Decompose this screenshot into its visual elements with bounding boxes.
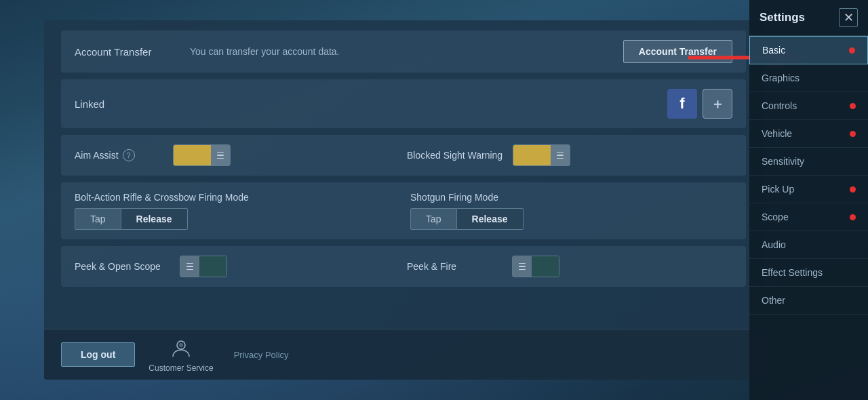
shotgun-tap-button[interactable]: Tap bbox=[410, 208, 457, 230]
account-transfer-section: Account Transfer You can transfer your a… bbox=[61, 31, 746, 73]
aim-assist-handle bbox=[211, 145, 230, 165]
vehicle-notification-dot bbox=[850, 131, 856, 137]
sidebar-item-other[interactable]: Other bbox=[749, 287, 868, 315]
peek-fire-label: Peek & Fire bbox=[407, 261, 502, 272]
customer-service-icon bbox=[169, 336, 193, 361]
sidebar-items: Basic Graphics Controls Vehicle Sensitiv… bbox=[749, 36, 868, 400]
sidebar-header: Settings ✕ bbox=[749, 0, 868, 36]
bolt-action-tap-button[interactable]: Tap bbox=[75, 208, 121, 230]
facebook-icon[interactable]: f bbox=[667, 89, 697, 119]
peek-open-scope-label: Peek & Open Scope bbox=[75, 261, 170, 272]
shotgun-buttons: Tap Release bbox=[410, 208, 732, 230]
account-transfer-label: Account Transfer bbox=[75, 46, 176, 58]
peek-fire-fill bbox=[532, 256, 559, 277]
linked-section: Linked f ＋ bbox=[61, 79, 746, 128]
blocked-sight-label: Blocked Sight Warning bbox=[407, 150, 502, 161]
add-social-icon[interactable]: ＋ bbox=[703, 89, 732, 119]
sidebar-item-scope[interactable]: Scope bbox=[749, 203, 868, 231]
bottom-bar: Log out Customer Service Privacy Policy bbox=[44, 329, 763, 380]
sidebar-vehicle-label: Vehicle bbox=[762, 128, 792, 139]
aim-assist-item: Aim Assist ? bbox=[75, 144, 400, 166]
shotgun-release-button[interactable]: Release bbox=[457, 208, 524, 230]
firing-mode-section: Bolt-Action Rifle & Crossbow Firing Mode… bbox=[61, 182, 746, 239]
sidebar-item-graphics[interactable]: Graphics bbox=[749, 64, 868, 92]
linked-label: Linked bbox=[75, 98, 176, 110]
settings-content: Account Transfer You can transfer your a… bbox=[44, 20, 763, 329]
peek-open-scope-item: Peek & Open Scope bbox=[75, 256, 400, 277]
sidebar-basic-label: Basic bbox=[762, 45, 785, 56]
close-button[interactable]: ✕ bbox=[839, 8, 858, 27]
sidebar-item-controls[interactable]: Controls bbox=[749, 92, 868, 120]
peek-fire-toggle[interactable] bbox=[512, 256, 559, 277]
sidebar-title: Settings bbox=[760, 11, 805, 24]
blocked-sight-handle bbox=[551, 145, 570, 165]
peek-open-scope-toggle[interactable] bbox=[180, 256, 227, 277]
shotgun-label: Shotgun Firing Mode bbox=[410, 192, 732, 203]
sidebar-controls-label: Controls bbox=[762, 100, 797, 111]
bolt-action-label: Bolt-Action Rifle & Crossbow Firing Mode bbox=[75, 192, 397, 203]
sidebar-sensitivity-label: Sensitivity bbox=[762, 156, 804, 167]
settings-panel: Account Transfer You can transfer your a… bbox=[44, 20, 763, 380]
blocked-sight-item: Blocked Sight Warning bbox=[407, 144, 732, 166]
shotgun-item: Shotgun Firing Mode Tap Release bbox=[410, 192, 732, 230]
account-transfer-button[interactable]: Account Transfer bbox=[623, 40, 732, 63]
toggles-row: Aim Assist ? Blocked Sight Warning bbox=[61, 135, 746, 176]
sidebar-item-audio[interactable]: Audio bbox=[749, 231, 868, 259]
handle-lines bbox=[217, 152, 224, 159]
close-icon: ✕ bbox=[844, 10, 854, 25]
sidebar-audio-label: Audio bbox=[762, 239, 786, 250]
peek-fire-handle bbox=[513, 256, 532, 277]
controls-notification-dot bbox=[850, 103, 856, 109]
sidebar-pickup-label: Pick Up bbox=[762, 184, 794, 195]
customer-service-button[interactable]: Customer Service bbox=[149, 336, 213, 373]
sidebar-item-effect-settings[interactable]: Effect Settings bbox=[749, 259, 868, 287]
privacy-policy-link[interactable]: Privacy Policy bbox=[234, 350, 289, 360]
pickup-notification-dot bbox=[850, 186, 856, 193]
peek-row: Peek & Open Scope Peek & Fire bbox=[61, 246, 746, 287]
sidebar-other-label: Other bbox=[762, 295, 785, 306]
social-icons-container: f ＋ bbox=[667, 89, 732, 119]
aim-assist-toggle[interactable] bbox=[173, 144, 231, 166]
sidebar-graphics-label: Graphics bbox=[762, 73, 800, 83]
logout-button[interactable]: Log out bbox=[61, 342, 135, 367]
peek-scope-fill bbox=[199, 256, 226, 277]
basic-notification-dot bbox=[849, 47, 855, 54]
scope-notification-dot bbox=[850, 214, 856, 220]
peek-fire-item: Peek & Fire bbox=[407, 256, 732, 277]
sidebar-item-vehicle[interactable]: Vehicle bbox=[749, 120, 868, 148]
aim-assist-label: Aim Assist ? bbox=[75, 149, 163, 161]
account-transfer-desc: You can transfer your account data. bbox=[190, 46, 623, 57]
bolt-action-item: Bolt-Action Rifle & Crossbow Firing Mode… bbox=[75, 192, 397, 230]
bolt-action-buttons: Tap Release bbox=[75, 208, 397, 230]
settings-sidebar: Settings ✕ Basic Graphics Controls Vehic… bbox=[749, 0, 868, 400]
aim-assist-fill bbox=[174, 145, 211, 165]
sidebar-scope-label: Scope bbox=[762, 212, 789, 222]
aim-assist-help-icon[interactable]: ? bbox=[123, 149, 135, 161]
peek-scope-handle bbox=[180, 256, 199, 277]
bolt-action-release-button[interactable]: Release bbox=[121, 208, 188, 230]
blocked-sight-toggle[interactable] bbox=[513, 144, 570, 166]
blocked-sight-fill bbox=[513, 145, 551, 165]
sidebar-item-sensitivity[interactable]: Sensitivity bbox=[749, 148, 868, 176]
svg-point-3 bbox=[179, 343, 183, 347]
sidebar-item-basic[interactable]: Basic bbox=[749, 36, 868, 64]
sidebar-effect-settings-label: Effect Settings bbox=[762, 267, 823, 278]
customer-service-label: Customer Service bbox=[149, 363, 213, 373]
sidebar-item-pickup[interactable]: Pick Up bbox=[749, 176, 868, 203]
